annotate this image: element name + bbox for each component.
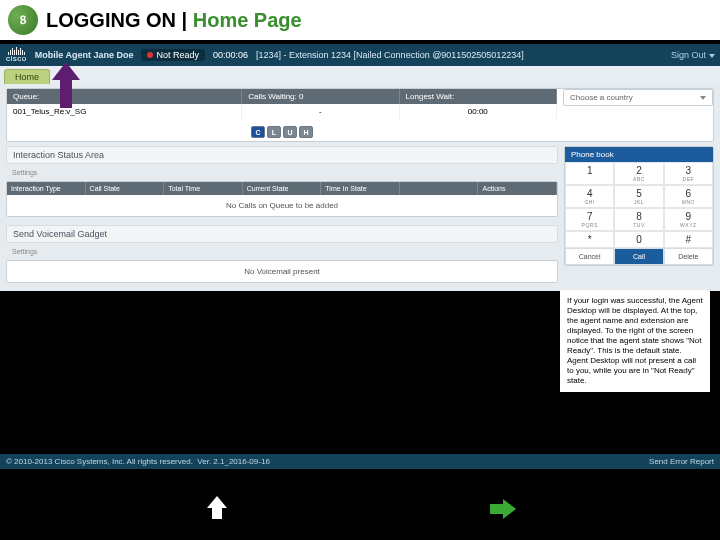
footer-copyright: © 2010-2013 Cisco Systems, Inc. All righ…: [6, 457, 193, 466]
slide-number-badge: 8: [5, 2, 42, 39]
key-0-num: 0: [615, 234, 662, 245]
interaction-status-title: Interaction Status Area: [6, 146, 558, 164]
tab-home[interactable]: Home: [4, 69, 50, 84]
explanatory-note: If your login was successful, the Agent …: [560, 290, 710, 392]
voicemail-title: Send Voicemail Gadget: [6, 225, 558, 243]
col-current-state: Current State: [243, 182, 322, 195]
col-time-in-state: Time In State: [321, 182, 400, 195]
key-hash-num: #: [665, 234, 712, 245]
send-error-report-link[interactable]: Send Error Report: [649, 457, 714, 466]
acw-button-h[interactable]: H: [299, 126, 313, 138]
phone-delete-button[interactable]: Delete: [664, 248, 713, 265]
key-6[interactable]: 6MNO: [664, 185, 713, 208]
key-4-ltr: GHI: [566, 199, 613, 205]
col-call-state: Call State: [86, 182, 165, 195]
key-3[interactable]: 3DEF: [664, 162, 713, 185]
queue-longest-cell: 00:00: [400, 104, 557, 119]
nav-next-icon[interactable]: [490, 496, 516, 522]
dialpad: 1 2ABC 3DEF 4GHI 5JKL 6MNO 7PQRS 8TUV 9W…: [565, 162, 713, 248]
queue-col-name: Queue:: [7, 89, 242, 104]
key-5-num: 5: [615, 188, 662, 199]
queue-calls-cell: -: [242, 104, 399, 119]
key-3-num: 3: [665, 165, 712, 176]
key-6-ltr: MNO: [665, 199, 712, 205]
queue-name-cell: 001_Telus_Re:v_SG: [7, 104, 242, 119]
slide-nav: [0, 496, 720, 522]
key-7[interactable]: 7PQRS: [565, 208, 614, 231]
phone-book-actions: Cancel Call Delete: [565, 248, 713, 265]
slide-title-prefix: LOGGING ON |: [46, 9, 193, 31]
slide-title-bar: 8 LOGGING ON | Home Page: [0, 0, 720, 42]
key-4[interactable]: 4GHI: [565, 185, 614, 208]
key-star-num: *: [566, 234, 613, 245]
main-panel-area: Queue: Calls Waiting: 0 Longest Wait: 00…: [0, 84, 720, 291]
phone-book-title: Phone book: [565, 147, 713, 162]
key-9-num: 9: [665, 211, 712, 222]
interaction-columns: Interaction Type Call State Total Time C…: [7, 182, 557, 195]
status-dot-icon: [147, 52, 153, 58]
key-7-num: 7: [566, 211, 613, 222]
acw-button-l[interactable]: L: [267, 126, 281, 138]
key-7-ltr: PQRS: [566, 222, 613, 228]
key-4-num: 4: [566, 188, 613, 199]
cisco-label: cisco: [6, 55, 27, 62]
key-6-num: 6: [665, 188, 712, 199]
queue-panel: Queue: Calls Waiting: 0 Longest Wait: 00…: [6, 88, 714, 142]
key-8[interactable]: 8TUV: [614, 208, 663, 231]
interaction-settings-link[interactable]: Settings: [6, 168, 558, 177]
app-header: cisco Mobile Agent Jane Doe Not Ready 00…: [0, 44, 720, 66]
key-hash[interactable]: #: [664, 231, 713, 248]
sign-out-link[interactable]: Sign Out: [671, 50, 714, 60]
key-8-ltr: TUV: [615, 222, 662, 228]
col-interaction-type: Interaction Type: [7, 182, 86, 195]
col-total-time: Total Time: [164, 182, 243, 195]
slide-title-highlight: Home Page: [193, 9, 302, 31]
agent-label: Mobile Agent Jane Doe: [35, 50, 134, 60]
slide-title: LOGGING ON | Home Page: [46, 9, 302, 32]
key-1-num: 1: [566, 165, 613, 176]
key-0[interactable]: 0: [614, 231, 663, 248]
extension-info: [1234] - Extension 1234 [Nailed Connecti…: [256, 50, 524, 60]
agent-desktop-app: cisco Mobile Agent Jane Doe Not Ready 00…: [0, 44, 720, 291]
queue-data-row: 001_Telus_Re:v_SG - 00:00: [7, 104, 557, 119]
phone-call-button[interactable]: Call: [614, 248, 663, 265]
voicemail-panel: No Voicemail present: [6, 260, 558, 283]
voicemail-settings-link[interactable]: Settings: [6, 247, 558, 256]
queue-header-row: Queue: Calls Waiting: 0 Longest Wait:: [7, 89, 557, 104]
callout-arrow-icon: [52, 62, 80, 108]
acw-button-row: C L U H: [7, 123, 557, 141]
nav-home-icon[interactable]: [204, 496, 230, 522]
key-2-num: 2: [615, 165, 662, 176]
key-5-ltr: JKL: [615, 199, 662, 205]
key-2[interactable]: 2ABC: [614, 162, 663, 185]
col-actions: Actions: [478, 182, 557, 195]
queue-col-longest: Longest Wait:: [400, 89, 557, 104]
key-5[interactable]: 5JKL: [614, 185, 663, 208]
phone-cancel-button[interactable]: Cancel: [565, 248, 614, 265]
agent-timer: 00:00:06: [213, 50, 248, 60]
country-select-placeholder: Choose a country: [570, 93, 633, 102]
key-9-ltr: WXYZ: [665, 222, 712, 228]
phone-book-panel: Phone book 1 2ABC 3DEF 4GHI 5JKL 6MNO 7P…: [564, 146, 714, 266]
key-star[interactable]: *: [565, 231, 614, 248]
key-3-ltr: DEF: [665, 176, 712, 182]
agent-status-pill[interactable]: Not Ready: [141, 49, 205, 61]
app-footer: © 2010-2013 Cisco Systems, Inc. All righ…: [0, 454, 720, 469]
interaction-empty-message: No Calls on Queue to be added: [7, 195, 557, 216]
agent-label-prefix: Mobile Agent: [35, 50, 91, 60]
tab-bar: Home: [0, 66, 720, 84]
agent-status-text: Not Ready: [156, 50, 199, 60]
footer-version: Ver. 2.1_2016-09-16: [197, 457, 270, 466]
acw-button-c[interactable]: C: [251, 126, 265, 138]
voicemail-empty-message: No Voicemail present: [7, 261, 557, 282]
key-2-ltr: ABC: [615, 176, 662, 182]
interaction-panel: Interaction Type Call State Total Time C…: [6, 181, 558, 217]
cisco-logo: cisco: [6, 47, 27, 62]
key-8-num: 8: [615, 211, 662, 222]
key-9[interactable]: 9WXYZ: [664, 208, 713, 231]
acw-button-u[interactable]: U: [283, 126, 297, 138]
queue-col-calls: Calls Waiting: 0: [242, 89, 399, 104]
key-1[interactable]: 1: [565, 162, 614, 185]
agent-name: Jane Doe: [93, 50, 133, 60]
country-select[interactable]: Choose a country: [563, 89, 713, 106]
